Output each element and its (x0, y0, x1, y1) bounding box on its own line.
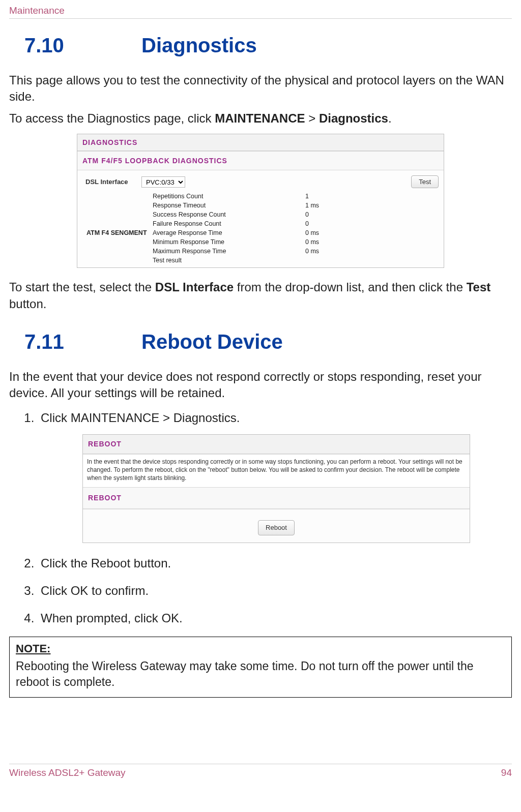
metric-label: Repetitions Count (152, 192, 304, 200)
page-footer: Wireless ADSL2+ Gateway 94 (9, 767, 512, 789)
diagnostics-screenshot: DIAGNOSTICS ATM F4/F5 LOOPBACK DIAGNOSTI… (77, 134, 444, 268)
text: . (388, 111, 392, 125)
list-item: When prompted, click OK. (38, 609, 512, 627)
section-number: 7.11 (24, 330, 141, 353)
text: > (159, 411, 173, 425)
list-item: Click the Reboot button. (38, 554, 512, 573)
metric-value: 1 (304, 192, 439, 200)
text: . (237, 411, 240, 425)
note-box: NOTE: Rebooting the Wireless Gateway may… (9, 637, 512, 698)
text: When prompted, click (41, 611, 161, 625)
reboot-intro-paragraph: In the event that your device does not r… (9, 369, 512, 402)
group-label: ATM F4 SENGMENT (85, 229, 152, 237)
metric-label: Test result (152, 256, 304, 264)
text-bold: Diagnostics (173, 411, 237, 425)
divider (9, 18, 512, 19)
text: Click (41, 584, 71, 597)
text: . (179, 611, 183, 625)
metric-value: 0 (304, 220, 439, 228)
cell (85, 242, 152, 243)
reboot-description: In the event that the device stops respo… (83, 454, 470, 488)
list-item: Click MAINTENANCE > Diagnostics. REBOOT … (38, 409, 512, 543)
text-bold: DSL Interface (155, 280, 234, 294)
reboot-screenshot: REBOOT In the event that the device stop… (82, 434, 470, 543)
reboot-button[interactable]: Reboot (258, 520, 295, 535)
cell (85, 260, 152, 261)
submenu-name: Diagnostics (319, 111, 388, 125)
metric-value (304, 260, 439, 261)
text-bold: OK (161, 611, 179, 625)
metric-value: 0 ms (304, 247, 439, 255)
metric-value: 1 ms (304, 201, 439, 209)
panel-title-diagnostics: DIAGNOSTICS (77, 134, 444, 151)
note-label: NOTE: (16, 642, 505, 655)
text: Click (41, 411, 71, 425)
cell (85, 214, 152, 215)
text-bold: OK (71, 584, 89, 597)
footer-page-number: 94 (501, 767, 512, 778)
cell (85, 205, 152, 206)
metric-value: 0 ms (304, 229, 439, 237)
page-header: Maintenance (9, 5, 512, 17)
section-title: Diagnostics (141, 34, 257, 56)
metric-value: 0 (304, 210, 439, 219)
diagnostics-body: DSL Interface PVC:0/33 Test Repetitions … (77, 170, 444, 267)
reboot-action-area: Reboot (83, 509, 470, 543)
text: button. (130, 556, 171, 570)
metric-value: 0 ms (304, 238, 439, 246)
text: To access the Diagnostics page, click (9, 111, 215, 125)
text: Click the (41, 556, 91, 570)
list-item: Click OK to confirm. (38, 582, 512, 600)
text: > (305, 111, 319, 125)
footer-left: Wireless ADSL2+ Gateway (9, 767, 126, 778)
text: from the drop-down list, and then click … (234, 280, 467, 294)
access-paragraph: To access the Diagnostics page, click MA… (9, 110, 512, 127)
dsl-interface-label: DSL Interface (85, 178, 136, 186)
metric-label: Minimum Response Time (152, 238, 304, 246)
cell (85, 223, 152, 224)
test-button[interactable]: Test (411, 175, 439, 188)
metric-label: Response Timeout (152, 201, 304, 209)
metric-label: Average Response Time (152, 229, 304, 237)
cell (85, 196, 152, 197)
text: To start the test, select the (9, 280, 155, 294)
text: button. (9, 297, 46, 311)
panel-subtitle-reboot: REBOOT (83, 487, 470, 509)
dsl-interface-select[interactable]: PVC:0/33 (141, 176, 185, 188)
note-text: Rebooting the Wireless Gateway may take … (16, 658, 505, 690)
metric-label: Maximum Response Time (152, 247, 304, 255)
section-heading-reboot: 7.11Reboot Device (9, 330, 512, 353)
text-bold: Test (467, 280, 491, 294)
intro-paragraph: This page allows you to test the connect… (9, 72, 512, 105)
section-title: Reboot Device (141, 330, 283, 353)
cell (85, 251, 152, 252)
start-test-paragraph: To start the test, select the DSL Interf… (9, 279, 512, 312)
section-heading-diagnostics: 7.10Diagnostics (9, 34, 512, 57)
divider (9, 764, 512, 764)
text: to confirm. (88, 584, 149, 597)
metric-label: Failure Response Count (152, 220, 304, 228)
panel-title-reboot: REBOOT (83, 435, 470, 454)
text-bold: MAINTENANCE (71, 411, 160, 425)
panel-subtitle-loopback: ATM F4/F5 LOOPBACK DIAGNOSTICS (77, 151, 444, 170)
section-number: 7.10 (24, 34, 141, 57)
reboot-steps: Click MAINTENANCE > Diagnostics. REBOOT … (9, 409, 512, 627)
menu-name: MAINTENANCE (215, 111, 305, 125)
metric-label: Success Response Count (152, 210, 304, 219)
text-bold: Reboot (91, 556, 130, 570)
diagnostics-table: Repetitions Count1 Response Timeout1 ms … (85, 192, 439, 264)
